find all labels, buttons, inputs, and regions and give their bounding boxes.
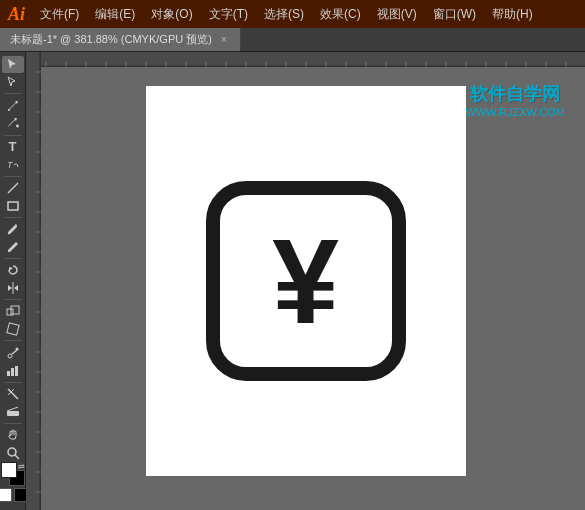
divider-7 [4,340,22,341]
svg-rect-14 [7,371,10,376]
svg-point-11 [8,354,12,358]
type-tool[interactable]: T [2,138,24,155]
svg-line-12 [12,350,17,354]
divider-2 [4,135,22,136]
divider-1 [4,93,22,94]
document-tab[interactable]: 未标题-1* @ 381.88% (CMYK/GPU 预览) × [0,28,241,51]
tab-bar: 未标题-1* @ 381.88% (CMYK/GPU 预览) × [0,28,585,52]
svg-rect-19 [7,411,19,416]
yen-symbol: ¥ [272,221,339,341]
select-tool[interactable] [2,56,24,73]
type-icon: T [9,139,17,154]
ruler-left [26,52,41,510]
watermark-title: 软件自学网 [465,82,565,106]
slice-tool[interactable] [2,385,24,402]
svg-rect-10 [6,323,18,335]
app-logo: Ai [8,5,25,23]
divider-5 [4,258,22,259]
svg-marker-6 [9,267,13,271]
scale-tool[interactable] [2,303,24,320]
svg-line-22 [15,455,19,459]
canvas-area: ¥ 软件自学网 WWW.RJZXW.COM [26,52,585,510]
white-box[interactable] [0,488,12,502]
svg-line-20 [7,407,18,411]
menu-object[interactable]: 对象(O) [144,4,199,25]
divider-6 [4,299,22,300]
menu-edit[interactable]: 编辑(E) [88,4,142,25]
svg-point-21 [8,448,16,456]
eraser-tool[interactable] [2,403,24,420]
watermark: 软件自学网 WWW.RJZXW.COM [465,82,565,118]
rect-tool[interactable] [2,197,24,214]
type-path-tool[interactable]: T [2,156,24,173]
yen-rounded-box: ¥ [206,181,406,381]
svg-rect-16 [15,366,18,376]
svg-rect-9 [11,306,19,314]
title-bar: Ai 文件(F) 编辑(E) 对象(O) 文字(T) 选择(S) 效果(C) 视… [0,0,585,28]
pen-tool[interactable] [2,97,24,114]
pencil-tool[interactable] [2,238,24,255]
divider-8 [4,382,22,383]
rotate-tool[interactable] [2,262,24,279]
line-tool[interactable] [2,180,24,197]
paintbrush-tool[interactable] [2,221,24,238]
svg-point-0 [8,109,10,111]
symbol-sprayer-tool[interactable] [2,344,24,361]
divider-9 [4,423,22,424]
svg-line-4 [8,183,18,193]
column-graph-tool[interactable] [2,362,24,379]
ruler-top [26,52,585,67]
divider-3 [4,176,22,177]
add-anchor-tool[interactable] [2,115,24,132]
menu-text[interactable]: 文字(T) [202,4,255,25]
toolbar: T T [0,52,26,510]
svg-rect-15 [11,368,14,376]
svg-text:T: T [7,160,14,170]
tab-close-button[interactable]: × [218,34,230,46]
menu-window[interactable]: 窗口(W) [426,4,483,25]
watermark-url: WWW.RJZXW.COM [465,106,565,118]
menu-view[interactable]: 视图(V) [370,4,424,25]
direct-select-tool[interactable] [2,74,24,91]
document-canvas: ¥ [146,86,466,476]
free-transform-tool[interactable] [2,321,24,338]
divider-4 [4,217,22,218]
foreground-color[interactable] [1,462,17,478]
menu-file[interactable]: 文件(F) [33,4,86,25]
zoom-tool[interactable] [2,444,24,461]
color-boxes[interactable]: ⇄ [1,462,25,486]
menu-effect[interactable]: 效果(C) [313,4,368,25]
svg-point-13 [15,347,18,350]
swap-colors-icon[interactable]: ⇄ [18,462,25,471]
menu-bar: 文件(F) 编辑(E) 对象(O) 文字(T) 选择(S) 效果(C) 视图(V… [33,4,540,25]
menu-select[interactable]: 选择(S) [257,4,311,25]
svg-rect-5 [8,202,18,210]
hand-tool[interactable] [2,427,24,444]
yen-icon-container: ¥ [206,181,406,381]
reflect-tool[interactable] [2,280,24,297]
tab-label: 未标题-1* @ 381.88% (CMYK/GPU 预览) [10,32,212,47]
main-area: T T [0,52,585,510]
menu-help[interactable]: 帮助(H) [485,4,540,25]
